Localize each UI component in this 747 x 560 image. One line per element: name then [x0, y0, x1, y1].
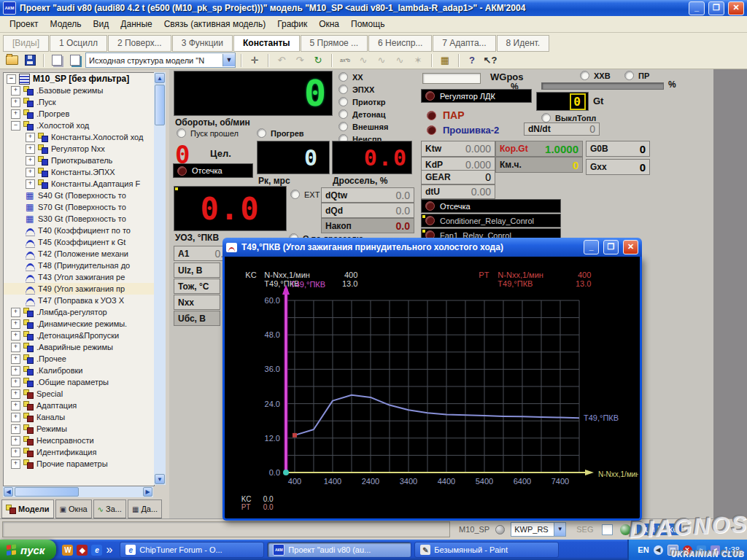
task-button[interactable]: eChipTuner Forum - O... — [120, 542, 264, 558]
tree-item[interactable]: ▦S70 Gt (Поверхность то — [4, 201, 154, 213]
task-button[interactable]: АКМПроект "audi v80 (au... — [267, 542, 411, 558]
tree-vscrollbar[interactable]: ▲ ▼ — [154, 72, 166, 485]
hscroll-thumb[interactable] — [15, 487, 79, 497]
refresh-icon[interactable]: ↻ — [310, 53, 326, 68]
copy-table-icon[interactable] — [49, 53, 65, 68]
tree-root-item[interactable]: −M10_SP [без фильтра] — [4, 73, 154, 85]
undo-icon[interactable]: ↶ — [274, 53, 290, 68]
channel-label-1[interactable]: Ulz, B — [174, 262, 220, 278]
tree-item[interactable]: T45 (Коэффициент к Gt — [4, 236, 154, 248]
tree-item[interactable]: T49 (Угол зажигания пр — [4, 283, 154, 295]
expand-toggle[interactable]: + — [11, 389, 20, 399]
menu-item[interactable]: График — [272, 18, 312, 31]
tree-hscrollbar[interactable]: ◀ ▶ — [3, 486, 153, 497]
tree-item[interactable]: +Special — [4, 388, 154, 400]
tree-item[interactable]: T40 (Коэффициент по то — [4, 225, 154, 236]
tree-item[interactable]: +Регулятор Nxx — [4, 143, 154, 155]
expand-toggle[interactable]: + — [26, 144, 35, 154]
minimize-button[interactable]: _ — [689, 1, 705, 15]
combo-dropdown-icon[interactable]: ▼ — [222, 54, 235, 66]
menu-item[interactable]: Помощь — [346, 18, 390, 31]
tree-item[interactable]: +.Калибровки — [4, 365, 154, 376]
nurb-curve-icon[interactable]: ∿ — [392, 53, 408, 68]
scroll-left-icon[interactable]: ◀ — [4, 487, 13, 497]
expand-toggle[interactable]: + — [11, 109, 20, 119]
axes-crosshair-icon[interactable]: ✛ — [247, 53, 263, 68]
tray-collapse-icon[interactable]: ◀ — [654, 545, 663, 555]
tree-item[interactable]: ▦S30 Gt (Поверхность то — [4, 213, 154, 225]
restore-button[interactable]: ❐ — [708, 1, 724, 15]
task-button[interactable]: ✎Безымянный - Paint — [414, 542, 559, 558]
menu-item[interactable]: Проект — [4, 18, 44, 31]
tree-tab-3[interactable]: ∿За... — [93, 499, 126, 518]
tree-item[interactable]: +.Прогрев — [4, 108, 154, 120]
beta-curve-icon[interactable]: ∿ — [374, 53, 390, 68]
menu-item[interactable]: Связь (активная модель) — [159, 18, 271, 31]
tree-item[interactable]: +Неисправности — [4, 435, 154, 446]
cube-curve-icon[interactable]: ∿ — [355, 53, 371, 68]
expand-toggle[interactable]: + — [11, 424, 20, 434]
tree-item[interactable]: +.Аварийные режимы — [4, 341, 154, 353]
protocol-combo[interactable]: KWP_RS ▼ — [511, 522, 566, 537]
tree-item[interactable]: +Идентификация — [4, 446, 154, 458]
expand-toggle[interactable]: − — [7, 74, 16, 84]
tree-item[interactable]: ▦S40 Gt (Поверхность то — [4, 190, 154, 201]
view-tab[interactable]: 6 Неиспр... — [368, 35, 432, 52]
language-indicator[interactable]: EN — [638, 545, 649, 554]
expand-toggle[interactable]: + — [11, 436, 20, 446]
volume-tray-icon[interactable]: ◄ — [711, 545, 720, 555]
tree-item[interactable]: +Константы.Адаптация F — [4, 178, 154, 190]
view-tab[interactable]: 1 Осцилл — [50, 35, 107, 52]
expand-toggle[interactable]: + — [11, 401, 20, 411]
vscroll-thumb[interactable] — [155, 85, 165, 125]
expand-toggle[interactable]: + — [11, 86, 20, 96]
chart-maximize-button[interactable]: ❐ — [603, 240, 619, 254]
display-tray-icon[interactable]: ▤ — [667, 545, 678, 556]
quicklaunch-ie-icon[interactable]: e — [91, 545, 102, 556]
tree-tab-2[interactable]: ▣Окна — [55, 499, 92, 518]
tree-item[interactable]: +Прочие параметры — [4, 458, 154, 470]
view-tab[interactable]: [Виды] — [3, 35, 49, 52]
tree-item[interactable]: T42 (Положение механи — [4, 248, 154, 260]
tree-item[interactable]: +.Базовые режимы — [4, 85, 154, 96]
tree-item[interactable]: +Каналы — [4, 411, 154, 423]
channel-label-2[interactable]: Тож, °С — [174, 279, 220, 294]
view-tab[interactable]: 3 Функции — [172, 35, 233, 52]
tree-item[interactable]: +Константы.ЭПХХ — [4, 166, 154, 178]
open-folder-icon[interactable] — [4, 53, 20, 68]
spark-icon[interactable]: ✶ — [410, 53, 426, 68]
scroll-down-icon[interactable]: ▼ — [155, 474, 165, 484]
expand-toggle[interactable]: − — [11, 121, 20, 131]
tree-item[interactable]: +.Общие параметры — [4, 376, 154, 388]
chart-close-button[interactable]: ✕ — [623, 240, 638, 254]
tree-item[interactable]: T43 (Угол зажигания ре — [4, 271, 154, 283]
menu-item[interactable]: Вид — [88, 18, 115, 31]
view-tab[interactable]: 2 Поверх... — [108, 35, 171, 52]
scroll-up-icon[interactable]: ▲ — [155, 73, 165, 83]
redo-icon[interactable]: ↷ — [292, 53, 308, 68]
network-tray-icon[interactable]: ≈ — [697, 545, 706, 555]
quicklaunch-app-icon[interactable]: W — [62, 545, 73, 556]
save-icon[interactable] — [22, 53, 38, 68]
table-gear-icon[interactable]: ▦ — [437, 53, 453, 68]
menu-item[interactable]: Данные — [115, 18, 157, 31]
status-checkbox[interactable] — [602, 524, 613, 535]
tree-item[interactable]: +.Детонация&Пропуски — [4, 330, 154, 341]
context-help-icon[interactable]: ↖? — [482, 53, 498, 68]
tree-item[interactable]: +.Прочее — [4, 353, 154, 365]
help-icon[interactable]: ? — [464, 53, 480, 68]
channel-label-3[interactable]: Nxx — [174, 295, 220, 310]
expand-toggle[interactable]: + — [26, 156, 35, 166]
chart-minimize-button[interactable]: _ — [584, 240, 599, 254]
alert-tray-icon[interactable]: ✕ — [683, 545, 692, 555]
view-tab[interactable]: 8 Идент. — [497, 35, 549, 52]
channel-label-4[interactable]: Uбс, B — [174, 311, 220, 326]
expand-toggle[interactable]: + — [11, 308, 20, 317]
chart-window-titlebar[interactable]: T49,°ПКВ (Угол зажигания принудительного… — [222, 238, 642, 257]
tree-item[interactable]: +Константы.Холостой ход — [4, 131, 154, 143]
menu-item[interactable]: Окна — [314, 18, 344, 31]
menu-item[interactable]: Модель — [45, 18, 87, 31]
expand-toggle[interactable]: + — [11, 459, 20, 469]
axb-function-icon[interactable]: ax*b — [337, 53, 353, 68]
expand-toggle[interactable]: + — [11, 331, 20, 341]
